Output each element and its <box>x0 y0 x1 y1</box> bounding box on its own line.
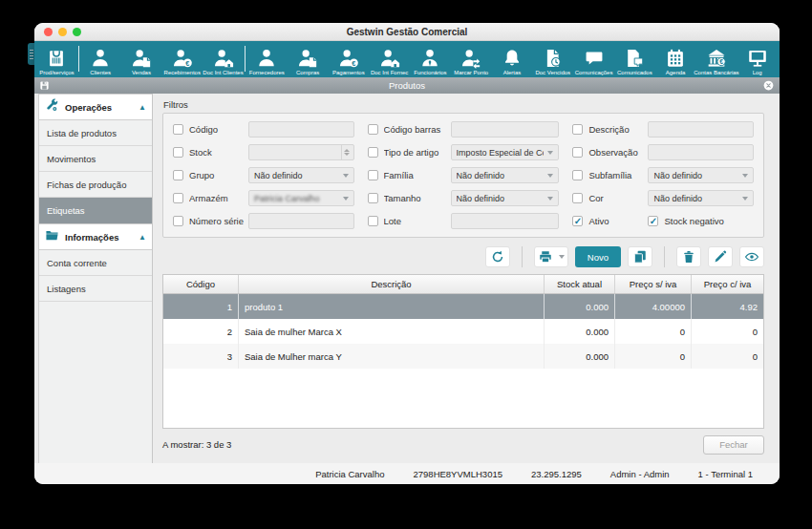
toolbar-item-compras[interactable]: Compras <box>288 42 329 77</box>
codigo-checkbox[interactable] <box>173 124 183 135</box>
agenda-icon <box>665 46 686 69</box>
lote-checkbox[interactable] <box>368 216 378 226</box>
grupo-select[interactable]: Não definido <box>248 167 354 183</box>
table-row[interactable]: 1produto 10.0004.000004.92 <box>163 294 763 319</box>
column-header[interactable]: Preço c/ iva <box>692 275 763 293</box>
panel-title: Produtos <box>34 80 780 91</box>
armazem-select[interactable]: Patricia Carvalho <box>248 190 354 206</box>
observacao-checkbox[interactable] <box>572 147 583 158</box>
sidebar-item[interactable]: Movimentos <box>39 146 152 172</box>
lote-input[interactable] <box>451 213 560 229</box>
print-button[interactable] <box>534 246 568 267</box>
codigo-barras-checkbox[interactable] <box>368 124 378 135</box>
tipo-artigo-select[interactable]: Imposto Especial de Consumo <box>451 144 560 160</box>
codigo-input[interactable] <box>248 121 354 138</box>
toolbar-item-doc-vencidos[interactable]: Doc Vencidos <box>532 42 573 77</box>
footer-status-item: 2798HE8YVMLH3015 <box>414 469 502 479</box>
chevron-down-icon <box>343 197 349 201</box>
toolbar-item-agenda[interactable]: Agenda <box>655 42 696 77</box>
wrench-icon <box>45 98 59 116</box>
sidebar-section-operações[interactable]: Operações▲ <box>39 94 152 120</box>
sidebar-section-informações[interactable]: Informações▲ <box>39 223 152 250</box>
column-header[interactable]: Stock atual <box>545 275 615 293</box>
status-footer: Patricia Carvalho2798HE8YVMLH301523.295.… <box>34 463 780 484</box>
table-cell: 1 <box>163 294 239 319</box>
tipo-artigo-checkbox[interactable] <box>368 147 378 158</box>
chevron-down-icon <box>742 197 748 201</box>
refresh-button[interactable] <box>485 246 510 267</box>
sidebar-item[interactable]: Fichas de produção <box>39 172 152 198</box>
toolbar-item-fornecedores[interactable]: Fornecedores <box>246 42 288 77</box>
sidebar-item[interactable]: Etiquetas <box>39 198 152 223</box>
fechar-button[interactable]: Fechar <box>703 435 764 455</box>
toolbar-item-clientes[interactable]: Clientes <box>80 42 121 77</box>
window-title: Gestwin Gestão Comercial <box>34 27 780 37</box>
column-header[interactable]: Código <box>163 275 239 293</box>
cor-checkbox[interactable] <box>572 193 583 203</box>
ativo-checkbox[interactable] <box>572 216 583 226</box>
collapse-icon[interactable]: ▲ <box>139 103 146 112</box>
armazem-label: Armazém <box>189 193 248 203</box>
footer-status-item: 23.295.1295 <box>531 469 582 479</box>
descricao-checkbox[interactable] <box>572 124 583 135</box>
grupo-label: Grupo <box>189 170 248 180</box>
toolbar-item-marcar-ponto[interactable]: Marcar Ponto <box>451 42 492 77</box>
edit-button[interactable] <box>708 246 733 267</box>
svg-text:€: € <box>719 58 723 65</box>
cor-select[interactable]: Não definido <box>648 190 754 206</box>
toolbar-item-log[interactable]: Log <box>737 42 778 77</box>
collapse-icon[interactable]: ▲ <box>139 233 146 242</box>
doc-vencidos-icon <box>543 46 564 69</box>
familia-select[interactable]: Não definido <box>451 167 560 183</box>
toolbar-item-prod-servicos[interactable]: Prod/serviços <box>36 42 77 77</box>
toolbar-item-contas-bancarias[interactable]: €Contas Bancárias <box>696 42 737 77</box>
tamanho-select[interactable]: Não definido <box>451 190 560 206</box>
stock-stepper[interactable] <box>341 145 353 159</box>
stock-checkbox[interactable] <box>173 147 183 158</box>
pencil-icon <box>713 249 728 264</box>
familia-label: Família <box>384 170 451 180</box>
tamanho-checkbox[interactable] <box>368 193 378 203</box>
toolbar-item-comunicacoes[interactable]: Comunicações <box>573 42 614 77</box>
toolbar-item-vendas[interactable]: Vendas <box>121 42 162 77</box>
table-row[interactable]: 3Saia de Mulher marca Y0.00000 <box>163 344 763 369</box>
column-header[interactable]: Descrição <box>239 275 545 293</box>
toolbar-item-funcionarios[interactable]: Funcionários <box>410 42 451 77</box>
delete-button[interactable] <box>676 246 701 267</box>
subfamilia-checkbox[interactable] <box>572 170 583 180</box>
numero-serie-checkbox[interactable] <box>173 216 183 226</box>
numero-serie-input[interactable] <box>248 213 354 229</box>
stock-input[interactable] <box>248 144 354 160</box>
familia-checkbox[interactable] <box>368 170 378 180</box>
filter-grupo: Grupo Não definido <box>173 167 354 183</box>
view-button[interactable] <box>739 246 764 267</box>
sidebar-item[interactable]: Listagens <box>39 276 152 302</box>
stock-negativo-checkbox[interactable] <box>648 216 658 226</box>
chevron-down-icon <box>742 174 748 178</box>
sidebar-item[interactable]: Conta corrente <box>39 250 152 276</box>
toolbar-item-doc-int-clientes[interactable]: Doc Int Clientes <box>203 42 244 77</box>
descricao-label: Descrição <box>588 124 648 135</box>
codigo-barras-input[interactable] <box>451 121 560 138</box>
funcionarios-icon <box>419 46 440 69</box>
grupo-checkbox[interactable] <box>173 170 183 180</box>
duplicate-button[interactable] <box>628 246 652 267</box>
toolbar-item-recebimentos[interactable]: €Recebimentos <box>161 42 203 77</box>
panel-close-icon[interactable] <box>762 79 775 92</box>
filter-codigo: Código <box>173 121 354 138</box>
table-row[interactable]: 2Saia de mulher Marca X0.00000 <box>163 319 763 344</box>
sidebar-item[interactable]: Lista de produtos <box>39 120 152 146</box>
column-header[interactable]: Preço s/ iva <box>615 275 692 293</box>
toolbar-item-pagamentos[interactable]: €Pagamentos <box>328 42 369 77</box>
toolbar-item-doc-int-fornec[interactable]: Doc Int Fornec <box>369 42 410 77</box>
toolbar-item-comunicados[interactable]: Comunicados <box>614 42 655 77</box>
subfamilia-select[interactable]: Não definido <box>648 167 754 183</box>
novo-button[interactable]: Novo <box>575 246 621 267</box>
observacao-input[interactable] <box>648 144 754 160</box>
table-cell: 0 <box>692 344 763 369</box>
descricao-input[interactable] <box>648 121 754 138</box>
divider <box>664 246 665 267</box>
toolbar-item-alertas[interactable]: Alertas <box>492 42 533 77</box>
armazem-checkbox[interactable] <box>173 193 183 203</box>
lote-label: Lote <box>384 216 451 226</box>
